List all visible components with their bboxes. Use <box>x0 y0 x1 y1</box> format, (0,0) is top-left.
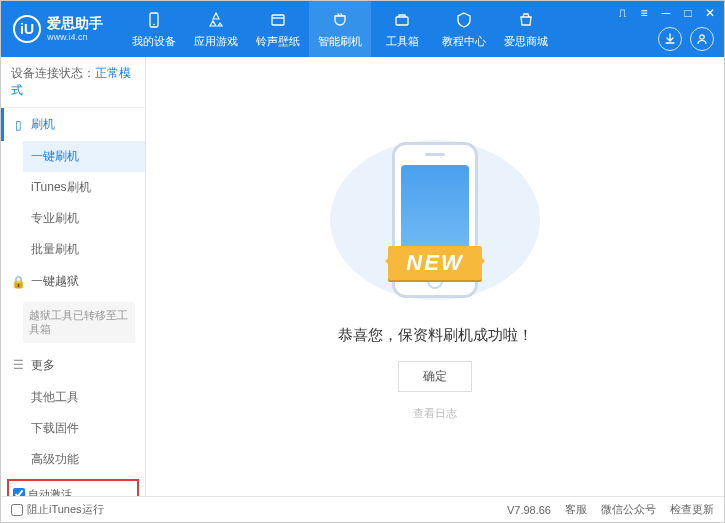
check-update-link[interactable]: 检查更新 <box>670 502 714 517</box>
download-button[interactable] <box>658 27 682 51</box>
logo-icon: iU <box>13 15 41 43</box>
close-icon[interactable]: ✕ <box>702 5 718 21</box>
options-highlight: 自动激活 跳过向导 <box>7 479 139 496</box>
main-nav: 我的设备应用游戏铃声壁纸智能刷机工具箱教程中心爱思商城 <box>123 1 557 57</box>
sidebar-section-flash[interactable]: ▯ 刷机 <box>1 108 145 141</box>
nav-icon <box>454 10 474 30</box>
status-bar: 阻止iTunes运行 V7.98.66 客服 微信公众号 检查更新 <box>1 496 724 522</box>
nav-icon <box>206 10 226 30</box>
svg-point-4 <box>700 35 704 39</box>
new-ribbon: NEW <box>388 246 481 280</box>
svg-rect-2 <box>272 15 284 25</box>
sidebar-section-more[interactable]: ☰ 更多 <box>1 349 145 382</box>
flash-item[interactable]: 批量刷机 <box>23 234 145 265</box>
more-item[interactable]: 其他工具 <box>23 382 145 413</box>
nav-label: 铃声壁纸 <box>256 34 300 49</box>
flash-item[interactable]: 一键刷机 <box>23 141 145 172</box>
nav-label: 教程中心 <box>442 34 486 49</box>
app-window: iU 爱思助手 www.i4.cn 我的设备应用游戏铃声壁纸智能刷机工具箱教程中… <box>0 0 725 523</box>
nav-2[interactable]: 铃声壁纸 <box>247 1 309 57</box>
titlebar: iU 爱思助手 www.i4.cn 我的设备应用游戏铃声壁纸智能刷机工具箱教程中… <box>1 1 724 57</box>
nav-1[interactable]: 应用游戏 <box>185 1 247 57</box>
version-label: V7.98.66 <box>507 504 551 516</box>
menu-icon[interactable]: ≡ <box>636 5 652 21</box>
more-item[interactable]: 下载固件 <box>23 413 145 444</box>
brand-name: 爱思助手 <box>47 16 103 31</box>
success-illustration: NEW <box>330 133 540 308</box>
nav-4[interactable]: 工具箱 <box>371 1 433 57</box>
success-message: 恭喜您，保资料刷机成功啦！ <box>338 326 533 345</box>
confirm-button[interactable]: 确定 <box>398 361 472 392</box>
nav-6[interactable]: 爱思商城 <box>495 1 557 57</box>
brand: iU 爱思助手 www.i4.cn <box>13 15 103 43</box>
nav-icon <box>392 10 412 30</box>
nav-icon <box>268 10 288 30</box>
flash-item[interactable]: 专业刷机 <box>23 203 145 234</box>
nav-icon <box>330 10 350 30</box>
svg-point-1 <box>153 23 155 25</box>
view-log-link[interactable]: 查看日志 <box>413 406 457 421</box>
maximize-icon[interactable]: □ <box>680 5 696 21</box>
phone-icon: ▯ <box>11 118 25 132</box>
nav-3[interactable]: 智能刷机 <box>309 1 371 57</box>
minimize-icon[interactable]: ─ <box>658 5 674 21</box>
nav-0[interactable]: 我的设备 <box>123 1 185 57</box>
auto-activate-checkbox[interactable]: 自动激活 <box>13 487 72 496</box>
user-button[interactable] <box>690 27 714 51</box>
brand-url: www.i4.cn <box>47 32 103 42</box>
nav-5[interactable]: 教程中心 <box>433 1 495 57</box>
section-title: 更多 <box>31 357 55 374</box>
nav-icon <box>144 10 164 30</box>
wechat-link[interactable]: 微信公众号 <box>601 502 656 517</box>
jailbreak-note: 越狱工具已转移至工具箱 <box>23 302 135 343</box>
conn-label: 设备连接状态： <box>11 66 95 80</box>
more-icon: ☰ <box>11 358 25 372</box>
nav-label: 应用游戏 <box>194 34 238 49</box>
main-content: NEW 恭喜您，保资料刷机成功啦！ 确定 查看日志 <box>146 57 724 496</box>
skin-icon[interactable]: ⎍ <box>614 5 630 21</box>
sidebar: 设备连接状态：正常模式 ▯ 刷机 一键刷机iTunes刷机专业刷机批量刷机 🔒 … <box>1 57 146 496</box>
svg-rect-3 <box>396 17 408 25</box>
window-controls: ⎍ ≡ ─ □ ✕ <box>614 5 718 21</box>
nav-icon <box>516 10 536 30</box>
support-link[interactable]: 客服 <box>565 502 587 517</box>
lock-icon: 🔒 <box>11 275 25 289</box>
more-item[interactable]: 高级功能 <box>23 444 145 475</box>
connection-status: 设备连接状态：正常模式 <box>1 57 145 108</box>
section-title: 刷机 <box>31 116 55 133</box>
section-title: 一键越狱 <box>31 273 79 290</box>
nav-label: 工具箱 <box>386 34 419 49</box>
nav-label: 智能刷机 <box>318 34 362 49</box>
flash-item[interactable]: iTunes刷机 <box>23 172 145 203</box>
block-itunes-checkbox[interactable]: 阻止iTunes运行 <box>11 502 104 517</box>
sidebar-section-jailbreak[interactable]: 🔒 一键越狱 <box>1 265 145 298</box>
nav-label: 爱思商城 <box>504 34 548 49</box>
nav-label: 我的设备 <box>132 34 176 49</box>
